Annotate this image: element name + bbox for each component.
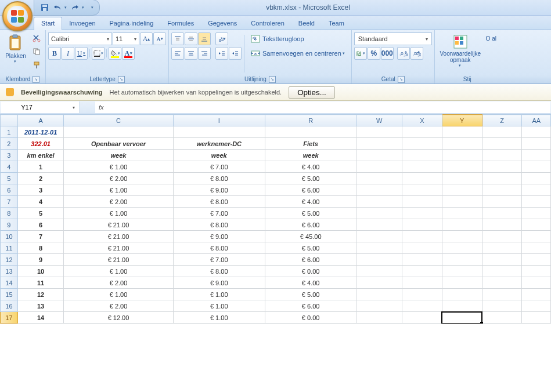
cell-X5[interactable]: [402, 173, 442, 184]
cell-AA2[interactable]: [522, 138, 551, 150]
cell-Y17[interactable]: [442, 312, 482, 324]
cell-Y9[interactable]: [442, 219, 482, 231]
wrap-text-button[interactable]: ab Tekstterugloop: [247, 32, 349, 45]
cell-C7[interactable]: € 2.00: [64, 196, 173, 208]
office-button[interactable]: [2, 1, 33, 31]
font-name-combo[interactable]: Calibri▾: [48, 32, 112, 45]
cell-X10[interactable]: [402, 231, 442, 242]
bold-button[interactable]: B: [48, 47, 61, 60]
align-launcher-icon[interactable]: ↘: [269, 76, 276, 83]
cell-I11[interactable]: € 8.00: [173, 242, 265, 254]
cell-X12[interactable]: [402, 254, 442, 266]
cell-A14[interactable]: 11: [17, 277, 64, 289]
row-header-17[interactable]: 17: [1, 312, 18, 324]
cell-Z12[interactable]: [482, 254, 522, 266]
col-header-R[interactable]: R: [265, 115, 356, 126]
tab-gegevens[interactable]: Gegevens: [201, 17, 244, 30]
row-header-12[interactable]: 12: [1, 254, 18, 266]
merge-center-button[interactable]: a Samenvoegen en centreren ▾: [247, 47, 349, 60]
formula-bar[interactable]: fx: [95, 101, 550, 113]
cell-AA12[interactable]: [522, 254, 551, 266]
col-header-Y[interactable]: Y: [442, 115, 482, 126]
row-header-4[interactable]: 4: [1, 161, 18, 173]
cell-Z13[interactable]: [482, 266, 522, 277]
cell-C4[interactable]: € 1.00: [64, 161, 173, 173]
cell-A11[interactable]: 8: [17, 242, 64, 254]
cell-AA11[interactable]: [522, 242, 551, 254]
name-box-dropdown-icon[interactable]: ▾: [73, 105, 75, 110]
align-middle-icon[interactable]: [185, 32, 197, 45]
tab-invoegen[interactable]: Invoegen: [62, 17, 102, 30]
cell-I10[interactable]: € 9.00: [173, 231, 265, 242]
cell-R13[interactable]: € 0.00: [265, 266, 356, 277]
tab-controleren[interactable]: Controleren: [244, 17, 291, 30]
cell-AA10[interactable]: [522, 231, 551, 242]
cell-A12[interactable]: 9: [17, 254, 64, 266]
cell-I7[interactable]: € 8.00: [173, 196, 265, 208]
cell-Z5[interactable]: [482, 173, 522, 184]
tab-beeld[interactable]: Beeld: [291, 17, 322, 30]
cell-A3[interactable]: km enkel: [17, 150, 64, 161]
align-center-icon[interactable]: [185, 47, 197, 60]
cell-Z4[interactable]: [482, 161, 522, 173]
cell-X7[interactable]: [402, 196, 442, 208]
fx-icon[interactable]: fx: [99, 104, 104, 111]
cell-A5[interactable]: 2: [17, 173, 64, 184]
font-launcher-icon[interactable]: ↘: [118, 76, 125, 83]
name-box-input[interactable]: [5, 103, 48, 111]
cut-icon[interactable]: [30, 32, 43, 45]
cell-I15[interactable]: € 1.00: [173, 289, 265, 300]
merge-dropdown-icon[interactable]: ▾: [343, 51, 345, 56]
cell-R14[interactable]: € 4.00: [265, 277, 356, 289]
cell-I6[interactable]: € 9.00: [173, 184, 265, 196]
cell-R2[interactable]: Fiets: [265, 138, 356, 150]
align-top-icon[interactable]: [171, 32, 184, 45]
save-icon[interactable]: [40, 3, 49, 12]
col-header-A[interactable]: A: [17, 115, 64, 126]
decrease-decimal-icon[interactable]: ,00,0: [410, 47, 423, 60]
cell-R12[interactable]: € 6.00: [265, 254, 356, 266]
cell-I3[interactable]: week: [173, 150, 265, 161]
cell-C16[interactable]: € 2.00: [64, 300, 173, 312]
cell-I1[interactable]: [173, 126, 265, 138]
cell-W1[interactable]: [356, 126, 402, 138]
cell-Y13[interactable]: [442, 266, 482, 277]
cell-X15[interactable]: [402, 289, 442, 300]
borders-icon[interactable]: ▾: [92, 47, 105, 60]
cell-Z16[interactable]: [482, 300, 522, 312]
cell-R6[interactable]: € 6.00: [265, 184, 356, 196]
shrink-font-icon[interactable]: A▾: [153, 32, 166, 45]
cell-W12[interactable]: [356, 254, 402, 266]
cell-A9[interactable]: 6: [17, 219, 64, 231]
col-header-Z[interactable]: Z: [482, 115, 522, 126]
cell-X1[interactable]: [402, 126, 442, 138]
cell-Y7[interactable]: [442, 196, 482, 208]
redo-dropdown-icon[interactable]: ▾: [82, 5, 84, 10]
cell-W13[interactable]: [356, 266, 402, 277]
cell-Y5[interactable]: [442, 173, 482, 184]
cell-I12[interactable]: € 7.00: [173, 254, 265, 266]
cell-C11[interactable]: € 21.00: [64, 242, 173, 254]
tab-start[interactable]: Start: [34, 17, 62, 30]
cell-C8[interactable]: € 1.00: [64, 208, 173, 219]
cell-R3[interactable]: week: [265, 150, 356, 161]
cell-C13[interactable]: € 1.00: [64, 266, 173, 277]
cell-I4[interactable]: € 7.00: [173, 161, 265, 173]
cell-C3[interactable]: week: [64, 150, 173, 161]
worksheet-grid[interactable]: ACIRWXYZAA12011-12-012322.01Openbaar ver…: [0, 114, 551, 324]
cell-A1[interactable]: 2011-12-01: [17, 126, 64, 138]
row-header-11[interactable]: 11: [1, 242, 18, 254]
cell-Y10[interactable]: [442, 231, 482, 242]
cell-W9[interactable]: [356, 219, 402, 231]
cell-W10[interactable]: [356, 231, 402, 242]
cell-W4[interactable]: [356, 161, 402, 173]
cell-R5[interactable]: € 5.00: [265, 173, 356, 184]
cell-A15[interactable]: 12: [17, 289, 64, 300]
cell-AA14[interactable]: [522, 277, 551, 289]
cell-Z14[interactable]: [482, 277, 522, 289]
fill-color-icon[interactable]: ▾: [109, 47, 121, 60]
cell-X3[interactable]: [402, 150, 442, 161]
cell-R8[interactable]: € 5.00: [265, 208, 356, 219]
clipboard-launcher-icon[interactable]: ↘: [33, 76, 39, 83]
cell-I5[interactable]: € 8.00: [173, 173, 265, 184]
